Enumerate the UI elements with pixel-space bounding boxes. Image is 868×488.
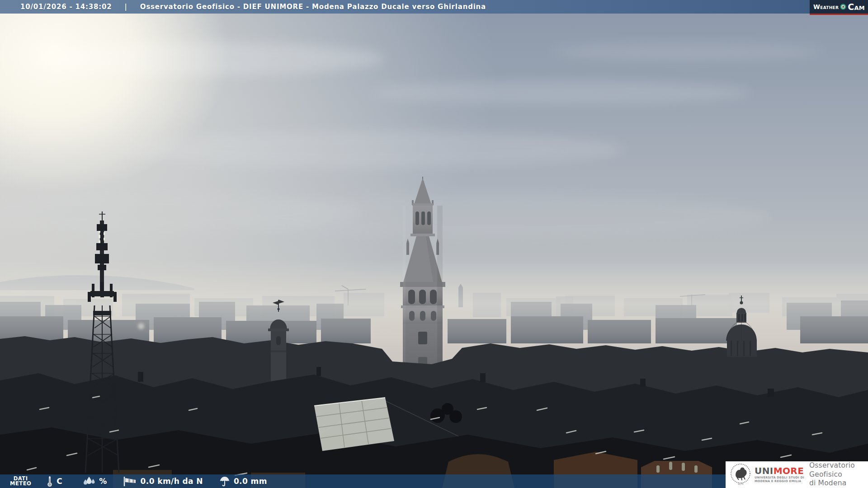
unimore-logo: 1175 UNIMORE UNIVERSITÀ DEGLI STUDI DI M… xyxy=(726,461,868,488)
observatory-name: Osservatorio Geofisico di Modena xyxy=(809,461,868,488)
weathercam-word1: Weather xyxy=(813,3,839,10)
rain-value: 0.0 mm xyxy=(234,477,267,486)
observatory-name-line2: di Modena xyxy=(809,479,868,488)
camera-title: Osservatorio Geofisico - DIEF UNIMORE - … xyxy=(140,3,486,11)
smoke-puff xyxy=(138,323,144,329)
humidity-value: % xyxy=(99,477,107,486)
unimore-wordmark: UNIMORE UNIVERSITÀ DEGLI STUDI DI MODENA… xyxy=(755,466,804,483)
temperature-value: C xyxy=(57,477,62,486)
modena-skyline-scene xyxy=(0,0,868,488)
temperature-reading: C xyxy=(47,476,62,487)
brand-more: MORE xyxy=(774,465,804,476)
webcam-viewer: 10/01/2026 - 14:38:02 | Osservatorio Geo… xyxy=(0,0,868,488)
windsock-icon xyxy=(123,476,137,487)
umbrella-icon xyxy=(219,476,230,487)
cloud-wisps xyxy=(0,42,823,239)
weathercam-word2: Cam xyxy=(848,2,865,12)
dati-meteo-label: DATI METEO xyxy=(10,476,31,486)
webcam-photo xyxy=(0,0,868,488)
wind-reading: 0.0 km/h da N xyxy=(123,476,203,487)
brand-uni: UNI xyxy=(755,465,774,476)
unimore-seal-icon: 1175 xyxy=(730,463,751,487)
rain-reading: 0.0 mm xyxy=(219,476,267,487)
timestamp: 10/01/2026 - 14:38:02 xyxy=(20,3,112,11)
camera-lens-icon xyxy=(840,4,846,10)
separator: | xyxy=(125,3,127,11)
weathercam-logo: Weather Cam xyxy=(810,0,868,15)
humidity-reading: % xyxy=(83,476,107,486)
observatory-name-line1: Osservatorio Geofisico xyxy=(809,461,868,479)
thermometer-icon xyxy=(47,476,53,487)
seal-year: 1175 xyxy=(738,483,744,485)
droplets-icon xyxy=(83,476,95,486)
header-bar: 10/01/2026 - 14:38:02 | Osservatorio Geo… xyxy=(0,0,868,14)
university-subtitle-2: MODENA E REGGIO EMILIA xyxy=(755,480,804,483)
wind-value: 0.0 km/h da N xyxy=(141,477,203,486)
